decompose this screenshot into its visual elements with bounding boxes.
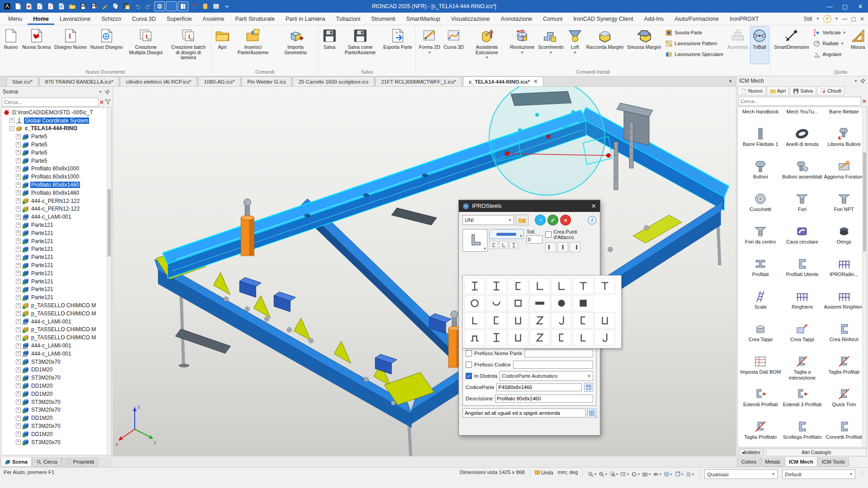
profile-j-profile-icon[interactable] [594, 329, 615, 346]
copy-add-icon[interactable] [111, 2, 121, 11]
expand-icon[interactable]: + [16, 319, 21, 324]
tree-item[interactable]: +Parte5 [1, 157, 111, 165]
ribbon-tab-assieme[interactable]: Assieme [197, 13, 230, 25]
units-label[interactable]: Unità [541, 470, 553, 475]
camera-icon[interactable]: ▼ [642, 469, 651, 479]
redo-icon[interactable] [143, 2, 153, 11]
new-scene-icon[interactable] [24, 2, 34, 11]
note-input[interactable] [462, 408, 586, 418]
catalog-dock-tab-metals[interactable]: Metals [761, 457, 784, 467]
doc-close-button[interactable]: ✕ [860, 16, 864, 22]
clear-search-icon[interactable]: × [100, 99, 104, 106]
tree-item[interactable]: +Profilato 80x8x1000 [1, 173, 111, 181]
more-commands-icon[interactable] [222, 2, 232, 11]
expand-icon[interactable]: + [16, 287, 21, 292]
profile-ibeam-icon[interactable] [486, 329, 507, 346]
ribbon-button-salva[interactable]: Salva [320, 26, 339, 64]
tree-item[interactable]: +ST3M20x70 [1, 422, 111, 430]
catalog-item[interactable]: Scollega Profilato [781, 418, 823, 447]
expand-icon[interactable]: + [16, 303, 21, 308]
expand-icon[interactable]: + [16, 255, 21, 260]
cancel-button[interactable]: × [560, 215, 571, 225]
catalog-item[interactable]: Cava circolare [781, 223, 823, 255]
tree-item[interactable]: +Parte5 [1, 132, 111, 141]
tree-item[interactable]: +Profilato 80x8x1000 [1, 165, 111, 173]
tree-item[interactable]: +444-c_PERN12-122 [1, 205, 111, 213]
ribbon-button-lavorazione-speculare[interactable]: Lavorazione Speculare [664, 49, 724, 60]
catalog-item[interactable]: Imposta Dati BOM [740, 353, 781, 385]
catalog-item[interactable]: Profilati [740, 255, 781, 288]
profile-square-icon[interactable] [573, 295, 594, 311]
expand-icon[interactable]: + [16, 174, 21, 179]
ribbon-tab-strumenti[interactable]: Strumenti [366, 13, 401, 25]
ribbon-button-assistente-estrusione[interactable]: Assistente Estrusione▼ [466, 26, 508, 64]
tree-item[interactable]: +ST3M20x70 [1, 438, 111, 446]
catalog-item[interactable]: Estendi Profilati [740, 385, 781, 418]
catalog-item[interactable]: Estendi 3 Profilati [781, 385, 823, 418]
ribbon-tab-smartmarkup[interactable]: SmartMarkup [401, 13, 446, 25]
profile-j-profile-icon[interactable] [551, 312, 572, 328]
catalog-caret-icon[interactable]: ▼ [854, 79, 858, 83]
expand-icon[interactable]: − [9, 126, 14, 131]
profile-tee-icon[interactable] [594, 278, 615, 294]
profile-ibeam-icon[interactable] [486, 278, 507, 294]
expand-icon[interactable]: + [16, 375, 21, 380]
ribbon-tab-schizzo[interactable]: Schizzo [96, 13, 127, 25]
expand-icon[interactable]: + [16, 239, 21, 244]
document-tab[interactable]: 25 Carrello 1600 scolgitore.ics [292, 76, 374, 86]
recent-profile-icon[interactable] [499, 241, 508, 249]
ribbon-button-salva-come-parte-assieme[interactable]: Salva come Parte/Assieme [339, 26, 382, 64]
document-tab[interactable]: Pin Welder G.ics [241, 76, 292, 86]
catalog-item[interactable]: Profilati Utente [781, 255, 823, 288]
expand-icon[interactable]: + [16, 183, 21, 188]
tree-item[interactable]: +Parte121 [1, 277, 111, 286]
expand-icon[interactable]: + [16, 247, 21, 252]
profile-tube-icon[interactable] [508, 295, 528, 311]
catalog-item[interactable]: Fori [781, 190, 823, 223]
catalog-dock-tab-colors[interactable]: Colors [737, 457, 760, 467]
sync-icon[interactable] [189, 2, 199, 11]
ribbon-tab-tubazioni[interactable]: Tubazioni [330, 13, 366, 25]
ribbon-tab-ironproxt[interactable]: IronPROXT [724, 13, 764, 25]
pin-icon[interactable] [105, 89, 110, 94]
minimize-button[interactable]: — [822, 0, 837, 13]
ribbon-tab-curva-3d[interactable]: Curva 3D [127, 13, 161, 25]
close-document-icon[interactable]: ✕ [533, 79, 538, 84]
profile-pipe-icon[interactable] [464, 295, 485, 311]
expand-icon[interactable]: + [16, 367, 21, 372]
expand-icon[interactable]: + [16, 215, 21, 220]
expand-icon[interactable]: + [16, 271, 21, 276]
tree-item[interactable]: D:\IronCAD\DEMO\STD -005\c_T [1, 108, 111, 117]
catalog-item[interactable]: Quick Trim [823, 385, 865, 418]
ribbon-tab-comuni[interactable]: Comuni [538, 13, 568, 25]
catalog-scrollbar[interactable] [862, 107, 867, 447]
zoom-out-icon[interactable]: ▼ [587, 469, 597, 479]
scene-list-icon[interactable] [211, 2, 221, 11]
prefisso-nome-checkbox[interactable] [466, 350, 472, 357]
expand-icon[interactable]: + [16, 383, 21, 388]
ribbon-button-lavorazione-pattern[interactable]: Lavorazione Pattern [664, 38, 724, 49]
document-tab[interactable]: Stair.ics* [6, 76, 38, 86]
catalog-item[interactable]: Taglia Profilati [823, 353, 865, 385]
save-as-icon[interactable] [89, 2, 99, 11]
expand-icon[interactable]: + [16, 134, 21, 139]
tree-item[interactable]: +p_TASSELLO CHIMICO M [1, 326, 111, 334]
expand-icon[interactable]: + [16, 416, 21, 421]
expand-icon[interactable]: + [16, 311, 21, 316]
ribbon-button-svuota-parte[interactable]: Svuota Parte [664, 27, 724, 38]
triball-toggle-icon[interactable] [154, 1, 165, 11]
tree-item[interactable]: +Profilato 80x8x1460 [1, 181, 111, 189]
ribbon-tab-parti-strutturate[interactable]: Parti Strutturate [230, 13, 280, 25]
tree-item[interactable]: +ST3M20x70 [1, 406, 111, 414]
ribbon-tab-aiuto-formazione[interactable]: Aiuto/Formazione [669, 13, 724, 25]
profile-channel-thin-icon[interactable] [573, 312, 594, 328]
profile-u-profile-icon[interactable] [508, 312, 528, 328]
info-icon[interactable]: i [588, 216, 596, 225]
catalog-item[interactable]: Mech YouTu... [781, 108, 823, 125]
catalog-item[interactable]: Scale [740, 288, 781, 320]
tree-item[interactable]: +Parte5 [1, 141, 111, 149]
ribbon-tab-visualizzazione[interactable]: Visualizzazione [446, 13, 495, 25]
profile-size-selector[interactable]: ▼ [489, 229, 524, 239]
catalog-item[interactable]: Barre Filettate 1 [740, 125, 781, 158]
tree-item[interactable]: +p_TASSELLO CHIMICO M [1, 310, 111, 318]
